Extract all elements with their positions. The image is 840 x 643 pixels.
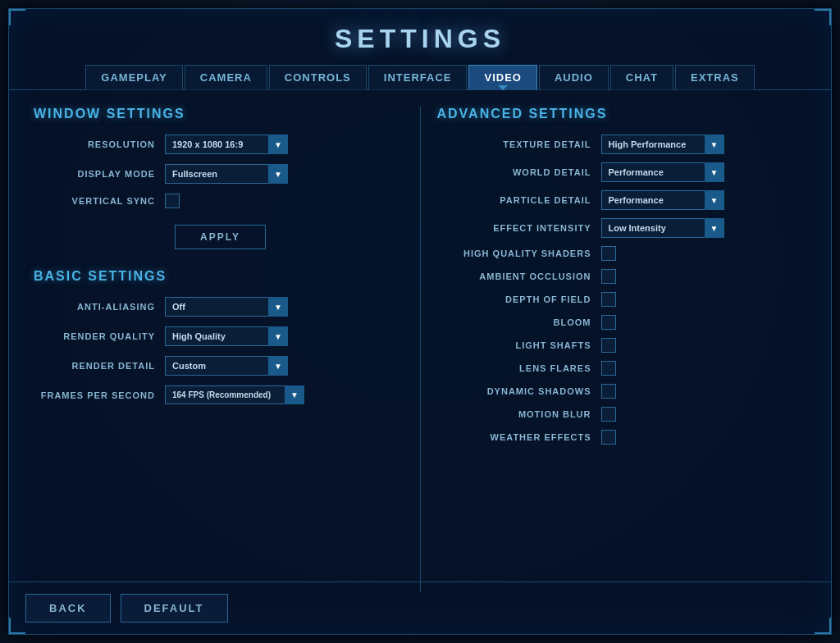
render-quality-label: RENDER QUALITY	[34, 331, 165, 341]
basic-settings-title: BASIC SETTINGS	[34, 269, 404, 284]
lens-flares-label: LENS FLARES	[437, 363, 601, 373]
bottom-bar: BACK DEFAULT	[9, 581, 831, 634]
fps-dropdown[interactable]: 164 FPS (Recommended) ▼	[165, 385, 304, 404]
depth-of-field-checkbox[interactable]	[601, 292, 616, 307]
tab-interface[interactable]: INTERFACE	[368, 65, 468, 90]
lens-flares-checkbox[interactable]	[601, 361, 616, 376]
right-column: ADVANCED SETTINGS TEXTURE DETAIL High Pe…	[420, 107, 807, 592]
display-mode-row: DISPLAY MODE Fullscreen ▼	[34, 164, 404, 184]
resolution-row: RESOLUTION 1920 x 1080 16:9 ▼	[34, 135, 404, 154]
vertical-sync-row: VERTICAL SYNC	[34, 194, 404, 208]
bloom-label: BLOOM	[437, 317, 601, 327]
effect-intensity-row: EFFECT INTENSITY Low Intensity ▼	[437, 218, 807, 238]
world-detail-dropdown[interactable]: Performance ▼	[601, 162, 724, 182]
anti-aliasing-select[interactable]: Off	[165, 297, 288, 317]
anti-aliasing-dropdown[interactable]: Off ▼	[165, 297, 288, 317]
dynamic-shadows-label: DYNAMIC SHADOWS	[437, 386, 601, 396]
world-detail-select[interactable]: Performance	[601, 162, 724, 182]
tab-audio[interactable]: AUDIO	[539, 65, 609, 90]
particle-detail-row: PARTICLE DETAIL Performance ▼	[437, 190, 807, 210]
window-settings-title: WINDOW SETTINGS	[34, 107, 404, 121]
lens-flares-row: LENS FLARES	[437, 361, 807, 376]
bloom-row: BLOOM	[437, 315, 807, 330]
vertical-sync-label: VERTICAL SYNC	[34, 196, 165, 206]
render-detail-label: RENDER DETAIL	[34, 361, 165, 371]
vertical-sync-checkbox[interactable]	[165, 194, 180, 208]
display-mode-label: DISPLAY MODE	[34, 169, 165, 179]
high-quality-shaders-checkbox[interactable]	[601, 246, 616, 261]
render-detail-row: RENDER DETAIL Custom ▼	[34, 356, 404, 376]
weather-effects-checkbox[interactable]	[601, 430, 616, 445]
render-quality-row: RENDER QUALITY High Quality ▼	[34, 326, 404, 346]
motion-blur-checkbox[interactable]	[601, 407, 616, 422]
light-shafts-label: LIGHT SHAFTS	[437, 340, 601, 350]
anti-aliasing-row: ANTI-ALIASING Off ▼	[34, 297, 404, 317]
light-shafts-row: LIGHT SHAFTS	[437, 338, 807, 353]
depth-of-field-label: DEPTH OF FIELD	[437, 294, 601, 304]
render-quality-dropdown[interactable]: High Quality ▼	[165, 326, 288, 346]
tab-gameplay[interactable]: GAMEPLAY	[85, 65, 182, 90]
back-button[interactable]: BACK	[25, 594, 111, 622]
default-button[interactable]: DEFAULT	[121, 594, 228, 622]
depth-of-field-row: DEPTH OF FIELD	[437, 292, 807, 307]
tab-controls[interactable]: CONTROLS	[269, 65, 367, 90]
ambient-occlusion-label: AMBIENT OCCLUSION	[437, 271, 601, 281]
high-quality-shaders-row: HIGH QUALITY SHADERS	[437, 246, 807, 261]
texture-detail-row: TEXTURE DETAIL High Performance ▼	[437, 135, 807, 154]
tab-camera[interactable]: CAMERA	[185, 65, 267, 90]
ambient-occlusion-row: AMBIENT OCCLUSION	[437, 269, 807, 284]
world-detail-row: WORLD DETAIL Performance ▼	[437, 162, 807, 182]
left-column: WINDOW SETTINGS RESOLUTION 1920 x 1080 1…	[34, 107, 420, 592]
advanced-settings-title: ADVANCED SETTINGS	[437, 107, 807, 121]
fps-label: FRAMES PER SECOND	[34, 390, 165, 400]
dynamic-shadows-checkbox[interactable]	[601, 384, 616, 399]
effect-intensity-select[interactable]: Low Intensity	[601, 218, 724, 238]
weather-effects-row: WEATHER EFFECTS	[437, 430, 807, 445]
light-shafts-checkbox[interactable]	[601, 338, 616, 353]
fps-select[interactable]: 164 FPS (Recommended)	[165, 385, 304, 404]
tab-bar: GAMEPLAY CAMERA CONTROLS INTERFACE VIDEO…	[9, 61, 831, 90]
effect-intensity-label: EFFECT INTENSITY	[437, 223, 601, 233]
tab-extras[interactable]: EXTRAS	[675, 65, 755, 90]
resolution-dropdown[interactable]: 1920 x 1080 16:9 ▼	[165, 135, 288, 154]
high-quality-shaders-label: HIGH QUALITY SHADERS	[437, 249, 601, 258]
render-detail-select[interactable]: Custom	[165, 356, 288, 376]
settings-panel: SETTINGS GAMEPLAY CAMERA CONTROLS INTERF…	[8, 8, 832, 635]
dynamic-shadows-row: DYNAMIC SHADOWS	[437, 384, 807, 399]
particle-detail-label: PARTICLE DETAIL	[437, 195, 601, 205]
particle-detail-select[interactable]: Performance	[601, 190, 724, 210]
texture-detail-label: TEXTURE DETAIL	[437, 139, 601, 149]
anti-aliasing-label: ANTI-ALIASING	[34, 302, 165, 312]
tab-active-indicator	[498, 85, 508, 90]
weather-effects-label: WEATHER EFFECTS	[437, 432, 601, 442]
motion-blur-row: MOTION BLUR	[437, 407, 807, 422]
render-detail-dropdown[interactable]: Custom ▼	[165, 356, 288, 376]
apply-button[interactable]: APPLY	[175, 225, 266, 249]
display-mode-select[interactable]: Fullscreen	[165, 164, 288, 184]
bloom-checkbox[interactable]	[601, 315, 616, 330]
render-quality-select[interactable]: High Quality	[165, 326, 288, 346]
effect-intensity-dropdown[interactable]: Low Intensity ▼	[601, 218, 724, 238]
tab-chat[interactable]: CHAT	[610, 65, 673, 90]
corner-decoration-tl	[9, 9, 25, 25]
tab-video[interactable]: VIDEO	[468, 65, 536, 90]
particle-detail-dropdown[interactable]: Performance ▼	[601, 190, 724, 210]
texture-detail-dropdown[interactable]: High Performance ▼	[601, 135, 724, 154]
page-title: SETTINGS	[9, 9, 831, 61]
display-mode-dropdown[interactable]: Fullscreen ▼	[165, 164, 288, 184]
corner-decoration-tr	[815, 9, 831, 25]
resolution-select[interactable]: 1920 x 1080 16:9	[165, 135, 288, 154]
ambient-occlusion-checkbox[interactable]	[601, 269, 616, 284]
fps-row: FRAMES PER SECOND 164 FPS (Recommended) …	[34, 385, 404, 404]
texture-detail-select[interactable]: High Performance	[601, 135, 724, 154]
world-detail-label: WORLD DETAIL	[437, 167, 601, 177]
content-area: WINDOW SETTINGS RESOLUTION 1920 x 1080 1…	[9, 90, 831, 609]
motion-blur-label: MOTION BLUR	[437, 409, 601, 419]
resolution-label: RESOLUTION	[34, 139, 165, 149]
